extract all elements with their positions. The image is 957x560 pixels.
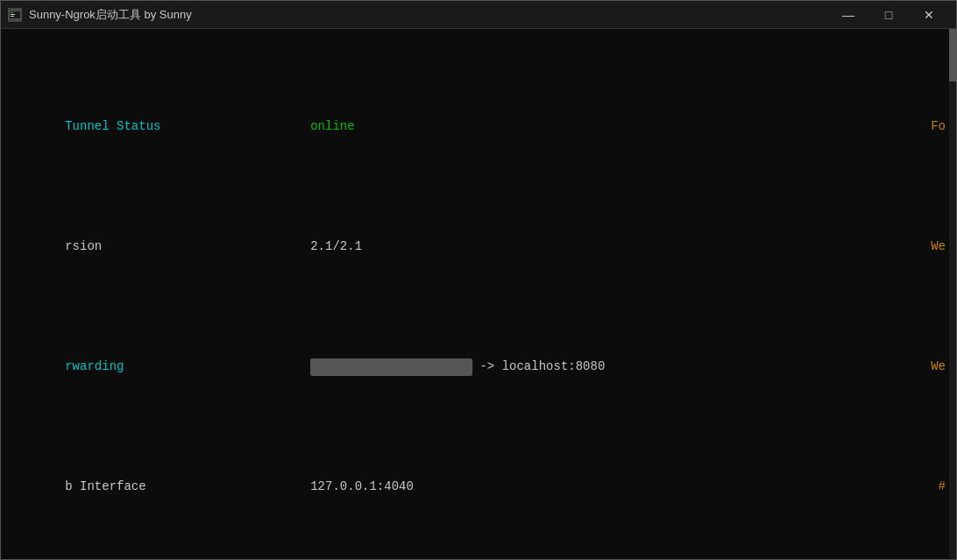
value-forwarding-arrow: -> localhost:8080 — [472, 359, 605, 373]
svg-rect-3 — [11, 14, 15, 15]
label-interface: b Interface — [65, 478, 310, 496]
label-version: rsion — [65, 238, 310, 256]
scrollbar-thumb[interactable] — [949, 29, 956, 82]
app-icon — [8, 8, 22, 22]
terminal-area: Tunnel Status onlineFo rsion 2.1/2.1We r… — [1, 29, 956, 559]
svg-rect-4 — [11, 16, 14, 17]
window-title: Sunny-Ngrok启动工具 by Sunny — [29, 7, 192, 23]
terminal-content: Tunnel Status onlineFo rsion 2.1/2.1We r… — [6, 32, 951, 559]
row-version: rsion 2.1/2.1We — [6, 222, 951, 273]
title-bar-left: Sunny-Ngrok启动工具 by Sunny — [8, 7, 192, 23]
label-tunnel-status: Tunnel Status — [65, 118, 310, 136]
row-interface: b Interface 127.0.0.1:4040# — [6, 462, 951, 514]
right-forwarding: We — [931, 358, 946, 376]
scrollbar[interactable] — [949, 29, 956, 559]
label-forwarding: rwarding — [65, 358, 310, 376]
right-interface: # — [939, 478, 946, 496]
minimize-button[interactable]: — — [828, 1, 868, 29]
svg-rect-2 — [11, 12, 13, 13]
window-controls: — □ ✕ — [828, 1, 949, 29]
row-tunnel-status: Tunnel Status onlineFo — [6, 101, 951, 152]
value-interface: 127.0.0.1:4040 — [310, 478, 414, 496]
maximize-button[interactable]: □ — [868, 1, 909, 29]
value-tunnel-status: online — [310, 118, 354, 136]
value-forwarding-blurred: ██████████████████████ — [310, 358, 472, 376]
right-version: We — [931, 238, 946, 256]
close-button[interactable]: ✕ — [909, 1, 949, 29]
title-bar: Sunny-Ngrok启动工具 by Sunny — □ ✕ — [1, 1, 956, 29]
right-tunnel-status: Fo — [931, 118, 946, 136]
app-window: Sunny-Ngrok启动工具 by Sunny — □ ✕ Tunnel St… — [0, 0, 957, 560]
value-version: 2.1/2.1 — [310, 238, 362, 256]
row-forwarding: rwarding ██████████████████████ -> local… — [6, 342, 951, 393]
